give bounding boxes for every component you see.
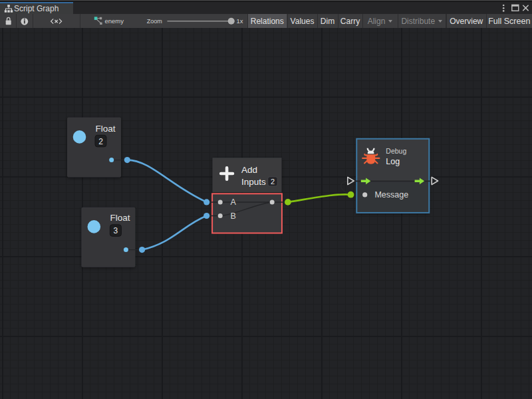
- svg-text:Debug: Debug: [386, 147, 406, 155]
- svg-text:2: 2: [98, 137, 103, 146]
- svg-text:Message: Message: [374, 190, 408, 200]
- svg-text:Float: Float: [96, 124, 116, 134]
- svg-text:Float: Float: [110, 213, 130, 223]
- svg-text:B: B: [231, 211, 236, 221]
- svg-text:Log: Log: [386, 157, 400, 166]
- svg-text:Inputs: Inputs: [241, 177, 266, 187]
- svg-text:3: 3: [114, 226, 118, 235]
- svg-text:2: 2: [271, 178, 275, 186]
- svg-text:Add: Add: [241, 165, 257, 175]
- svg-text:A: A: [231, 198, 237, 207]
